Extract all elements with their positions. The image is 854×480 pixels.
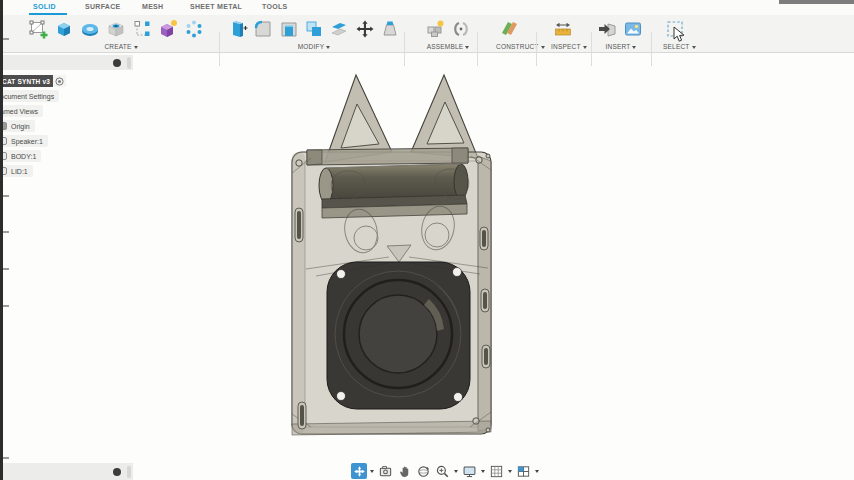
cat-synth-3d-model[interactable] <box>0 0 854 480</box>
group-insert: INSERT <box>595 17 647 51</box>
group-create: CREATE <box>26 17 216 51</box>
view-navigation-bar <box>351 462 540 480</box>
insert-derive-icon[interactable] <box>595 17 619 41</box>
draft-icon[interactable] <box>379 17 402 41</box>
tab-solid[interactable]: SOLID <box>33 3 56 10</box>
display-settings-icon[interactable] <box>461 463 478 479</box>
zoom-icon[interactable] <box>434 463 451 479</box>
speaker-driver <box>327 262 470 409</box>
insert-menu[interactable]: INSERT <box>595 43 647 50</box>
extrude-icon[interactable] <box>52 17 76 41</box>
offset-face-icon[interactable] <box>328 17 351 41</box>
document-title: CAT SYNTH v3 <box>0 75 53 87</box>
joint-icon[interactable] <box>449 17 473 41</box>
fit-view-icon[interactable] <box>351 463 367 479</box>
browser-scrollbar[interactable] <box>127 466 131 478</box>
orbit-icon[interactable] <box>415 463 432 479</box>
create-menu[interactable]: CREATE <box>26 43 216 50</box>
toolbar-separator <box>404 32 405 66</box>
pan-icon[interactable] <box>396 463 413 479</box>
browser-root-row[interactable]: CAT SYNTH v3 <box>0 75 66 87</box>
toolbar-separator <box>591 32 592 66</box>
new-component-icon[interactable] <box>423 17 447 41</box>
construct-menu[interactable]: CONSTRUCT <box>496 43 522 50</box>
browser-scrollbar[interactable] <box>127 57 131 69</box>
chevron-down-icon[interactable] <box>481 470 485 473</box>
group-construct: CONSTRUCT <box>496 17 522 51</box>
look-at-icon[interactable] <box>377 463 394 479</box>
create-sketch-icon[interactable] <box>26 17 50 41</box>
group-assemble: ASSEMBLE <box>423 17 473 51</box>
chevron-down-icon <box>692 46 696 49</box>
construct-plane-icon[interactable] <box>496 17 520 41</box>
tab-tools[interactable]: TOOLS <box>262 3 287 10</box>
fillet-icon[interactable] <box>251 17 274 41</box>
browser-item-named-views[interactable]: Named Views <box>0 105 43 117</box>
fusion360-window: { "tabs": { "items": [ {"label": "SOLID"… <box>0 0 854 480</box>
grid-settings-icon[interactable] <box>488 463 505 479</box>
window-top-strip <box>779 0 854 4</box>
modify-menu[interactable]: MODIFY <box>226 43 402 50</box>
radio-icon <box>55 77 64 86</box>
rectangular-pattern-icon[interactable] <box>130 17 154 41</box>
press-pull-icon[interactable] <box>226 17 249 41</box>
edge-tick <box>3 38 9 40</box>
primitive-box-icon[interactable] <box>156 17 180 41</box>
hole-icon[interactable] <box>104 17 128 41</box>
panel-handle-dot[interactable] <box>113 468 121 476</box>
document-tab-bar: SOLID SURFACE MESH SHEET METAL TOOLS <box>0 0 854 15</box>
shell-icon[interactable] <box>277 17 300 41</box>
toolbar-separator <box>219 32 220 66</box>
edge-tick <box>3 457 9 459</box>
toolbar-separator <box>536 32 537 66</box>
measure-icon[interactable] <box>551 17 575 41</box>
chevron-down-icon <box>583 46 587 49</box>
inspect-menu[interactable]: INSPECT <box>551 43 577 50</box>
browser-header-bar <box>0 55 133 70</box>
edge-tick <box>3 268 9 270</box>
assemble-menu[interactable]: ASSEMBLE <box>423 43 473 50</box>
edge-tick <box>3 231 9 233</box>
chevron-down-icon <box>541 46 545 49</box>
panel-handle-dot[interactable] <box>113 59 121 67</box>
tab-sheet-metal[interactable]: SHEET METAL <box>190 3 242 10</box>
move-copy-icon[interactable] <box>353 17 376 41</box>
viewports-icon[interactable] <box>515 463 532 479</box>
browser-item-speaker[interactable]: Speaker:1 <box>0 135 48 147</box>
mouse-cursor <box>673 26 685 47</box>
chevron-down-icon[interactable] <box>535 470 539 473</box>
toolbar-separator <box>651 32 652 66</box>
tab-surface[interactable]: SURFACE <box>85 3 121 10</box>
toolbar-separator <box>477 32 478 66</box>
chevron-down-icon <box>632 46 636 49</box>
browser-item-document-settings[interactable]: Document Settings <box>0 90 59 102</box>
revolve-icon[interactable] <box>78 17 102 41</box>
browser-item-body[interactable]: BODY:1 <box>0 150 41 162</box>
window-left-edge <box>0 0 3 480</box>
main-toolbar: CREATE MODIFY ASSEMBLE <box>0 15 854 53</box>
chevron-down-icon[interactable] <box>508 470 512 473</box>
browser-footer-bar <box>0 463 133 480</box>
circular-pattern-icon[interactable] <box>182 17 206 41</box>
chevron-down-icon <box>134 46 138 49</box>
combine-icon[interactable] <box>302 17 325 41</box>
group-inspect: INSPECT <box>551 17 577 51</box>
edge-tick <box>3 305 9 307</box>
chevron-down-icon[interactable] <box>454 470 458 473</box>
activate-component-radio[interactable] <box>53 75 66 87</box>
chevron-down-icon[interactable] <box>370 470 374 473</box>
browser-item-origin[interactable]: Origin <box>0 120 35 132</box>
group-modify: MODIFY <box>226 17 402 51</box>
browser-item-lid[interactable]: LID:1 <box>0 165 33 177</box>
edge-tick <box>3 195 9 197</box>
chevron-down-icon <box>465 46 469 49</box>
tab-mesh[interactable]: MESH <box>142 3 163 10</box>
chevron-down-icon <box>326 46 330 49</box>
insert-canvas-icon[interactable] <box>621 17 645 41</box>
